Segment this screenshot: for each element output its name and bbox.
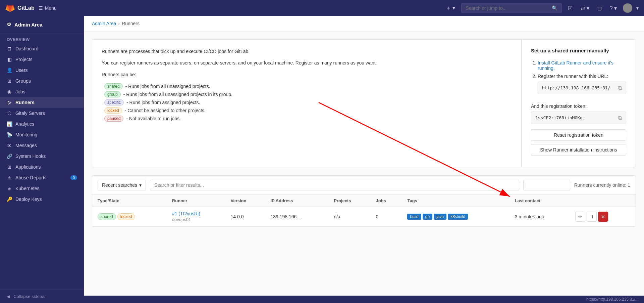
- menu-toggle[interactable]: ☰ Menu: [39, 5, 57, 11]
- list-item: group - Runs jobs from all unassigned pr…: [104, 90, 512, 98]
- sidebar-item-gitaly-servers[interactable]: ⬡ Gitaly Servers: [0, 108, 84, 119]
- gitlab-logo: [5, 3, 15, 13]
- sidebar-item-label: Kubernetes: [15, 186, 40, 191]
- runners-can-be: Runners can be:: [102, 71, 512, 78]
- locked-desc: - Cannot be assigned to other projects.: [125, 108, 206, 113]
- runner-last-contact: 3 minutes ago: [509, 207, 570, 226]
- kubernetes-icon: ⎈: [7, 186, 12, 191]
- collapse-sidebar[interactable]: ◀ Collapse sidebar: [0, 290, 84, 303]
- user-menu-chevron[interactable]: ▾: [636, 5, 639, 11]
- runners-table-section: Recent searches ▾ Runners currently onli…: [92, 175, 636, 227]
- topnav: GitLab ☰ Menu ＋ ▾ 🔍 ☑ ⇄ ▾ ◻ ? ▾ ▾: [0, 0, 644, 16]
- sidebar-item-runners[interactable]: ▷ Runners: [0, 97, 84, 108]
- shared-desc: - Runs jobs from all unassigned projects…: [125, 84, 210, 89]
- menu-label: Menu: [45, 5, 57, 11]
- admin-area-label: Admin Area: [14, 22, 43, 28]
- runner-projects: n/a: [328, 207, 370, 226]
- runner-name: devops01: [172, 217, 220, 222]
- col-jobs: Jobs: [371, 195, 402, 207]
- search-input[interactable]: [466, 5, 549, 11]
- recent-searches-label: Recent searches: [102, 182, 137, 188]
- sidebar-admin-header: ⚙ Admin Area: [0, 16, 84, 33]
- admin-icon: ⚙: [7, 21, 11, 28]
- sidebar-item-projects[interactable]: ◧ Projects: [0, 54, 84, 65]
- copy-token-button[interactable]: ⧉: [618, 115, 622, 121]
- sidebar-item-label: Jobs: [15, 89, 25, 94]
- delete-runner-button[interactable]: ✕: [598, 212, 608, 222]
- group-badge: group: [104, 91, 121, 97]
- runners-table: Type/State Runner Version IP Address Pro…: [92, 195, 636, 226]
- sidebar-item-analytics[interactable]: 📊 Analytics: [0, 119, 84, 129]
- search-filter-input[interactable]: [150, 180, 519, 190]
- main-content: Admin Area › Runners Runners are process…: [84, 16, 644, 303]
- sidebar-item-abuse-reports[interactable]: ⚠ Abuse Reports 0: [0, 172, 84, 183]
- setup-step-2: Register the runner with this URL: http:…: [538, 72, 626, 101]
- show-instructions-button[interactable]: Show Runner installation instructions: [531, 144, 626, 156]
- list-item: locked - Cannot be assigned to other pro…: [104, 106, 512, 115]
- sidebar-item-applications[interactable]: ⊞ Applications: [0, 162, 84, 172]
- runner-url-box: http://139.198.166.235:81/ ⧉: [538, 82, 626, 94]
- specific-badge: specific: [104, 99, 124, 105]
- filter-dropdown[interactable]: [523, 180, 570, 190]
- col-ip: IP Address: [265, 195, 328, 207]
- reset-token-button[interactable]: Reset registration token: [531, 129, 626, 141]
- runner-tag: go: [423, 214, 432, 220]
- runner-link[interactable]: #1 (Tt2yusRj): [172, 211, 200, 216]
- abuse-reports-badge: 0: [70, 175, 77, 180]
- recent-searches-button[interactable]: Recent searches ▾: [98, 180, 146, 190]
- sidebar-item-label: Users: [15, 68, 28, 73]
- col-version: Version: [225, 195, 265, 207]
- sidebar-item-deploy-keys[interactable]: 🔑 Deploy Keys: [0, 194, 84, 205]
- breadcrumb-parent[interactable]: Admin Area: [92, 21, 116, 26]
- avatar[interactable]: [623, 3, 632, 13]
- abuse-reports-icon: ⚠: [7, 175, 12, 180]
- runner-info: #1 (Tt2yusRj)devops01: [167, 207, 225, 226]
- sidebar-item-label: Abuse Reports: [15, 175, 47, 180]
- search-icon: 🔍: [552, 5, 557, 11]
- runner-jobs: 0: [371, 207, 402, 226]
- global-search[interactable]: 🔍: [461, 3, 562, 13]
- pause-runner-button[interactable]: ⏸: [587, 212, 597, 222]
- sidebar-item-label: Deploy Keys: [15, 197, 42, 202]
- help-icon[interactable]: ? ▾: [608, 4, 619, 13]
- shared-badge: shared: [104, 83, 123, 89]
- setup-step-1: Install GitLab Runner and ensure it's ru…: [538, 59, 626, 72]
- sidebar-item-system-hooks[interactable]: 🔗 System Hooks: [0, 151, 84, 162]
- todo-icon[interactable]: ☑: [566, 4, 575, 13]
- page-content: Runners are processes that pick up and e…: [84, 31, 644, 296]
- sidebar-item-monitoring[interactable]: 📡 Monitoring: [0, 129, 84, 140]
- sidebar-item-groups[interactable]: ⊞ Groups: [0, 76, 84, 86]
- copy-url-button[interactable]: ⧉: [618, 85, 622, 91]
- runners-count: Runners currently online: 1: [574, 182, 630, 188]
- issues-icon[interactable]: ◻: [595, 4, 604, 13]
- edit-runner-button[interactable]: ✏: [575, 212, 585, 222]
- sidebar-item-label: Applications: [15, 164, 41, 170]
- chevron-down-icon: ▾: [139, 182, 142, 188]
- runner-actions: ✏ ⏸ ✕: [570, 207, 636, 226]
- new-item-button[interactable]: ＋ ▾: [444, 3, 457, 13]
- list-item: specific - Runs jobs from assigned proje…: [104, 98, 512, 106]
- runner-url-value: http://139.198.166.235:81/: [542, 85, 610, 90]
- paused-badge: paused: [104, 116, 123, 122]
- runner-tags: buildgojavak8sbuild: [402, 207, 509, 226]
- analytics-icon: 📊: [7, 121, 12, 127]
- merge-requests-icon[interactable]: ⇄ ▾: [579, 4, 591, 13]
- statusbar: https://http.198.166.235:81/...: [84, 296, 644, 303]
- messages-icon: ✉: [7, 143, 12, 148]
- sidebar-item-jobs[interactable]: ◉ Jobs: [0, 86, 84, 97]
- sidebar-item-label: Analytics: [15, 121, 34, 127]
- locked-badge: locked: [104, 107, 122, 114]
- sidebar-item-messages[interactable]: ✉ Messages: [0, 140, 84, 151]
- sidebar-item-dashboard[interactable]: ⊟ Dashboard: [0, 43, 84, 54]
- sidebar-item-users[interactable]: 👤 Users: [0, 65, 84, 76]
- col-actions: [570, 195, 636, 207]
- runner-types-list: shared - Runs jobs from all unassigned p…: [104, 82, 512, 123]
- runners-icon: ▷: [7, 100, 12, 105]
- list-item: shared - Runs jobs from all unassigned p…: [104, 82, 512, 90]
- applications-icon: ⊞: [7, 164, 12, 170]
- brand-name: GitLab: [17, 5, 35, 11]
- sidebar-item-kubernetes[interactable]: ⎈ Kubernetes: [0, 183, 84, 194]
- brand[interactable]: GitLab: [5, 3, 35, 13]
- install-runner-link[interactable]: Install GitLab Runner and ensure it's ru…: [538, 60, 613, 71]
- token-label: And this registration token:: [531, 103, 626, 109]
